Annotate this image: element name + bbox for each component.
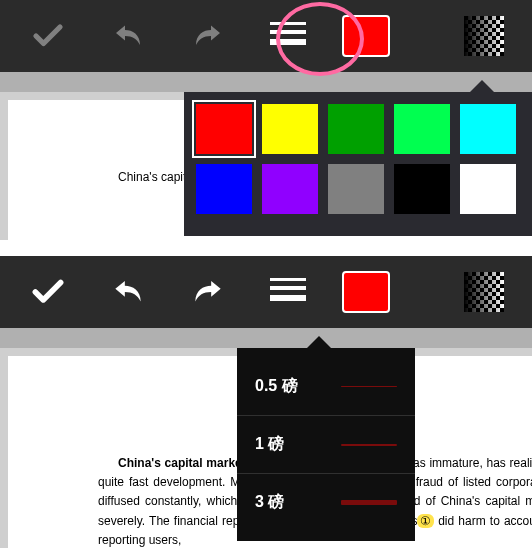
stroke-label: 1 磅 xyxy=(255,434,284,455)
swatch-red[interactable] xyxy=(196,104,252,154)
swatch-purple[interactable] xyxy=(262,164,318,214)
line-weight-icon xyxy=(268,20,308,52)
check-icon xyxy=(30,18,66,54)
confirm-button[interactable] xyxy=(22,14,74,58)
stroke-preview-line xyxy=(341,500,397,505)
swatch-blue[interactable] xyxy=(196,164,252,214)
undo-icon xyxy=(110,18,146,54)
sub-strip xyxy=(0,72,532,92)
svg-rect-7 xyxy=(464,16,504,56)
sub-strip xyxy=(0,328,532,348)
swatch-green[interactable] xyxy=(394,104,450,154)
swatch-gray[interactable] xyxy=(328,164,384,214)
stroke-option[interactable]: 1 磅 xyxy=(237,416,415,474)
checker-icon xyxy=(464,272,504,312)
swatch-black[interactable] xyxy=(394,164,450,214)
redo-icon xyxy=(189,273,227,311)
svg-rect-2 xyxy=(270,39,306,45)
screenshot-panel-1: Abstract China's capital market, born in… xyxy=(0,0,532,240)
stroke-option[interactable]: 0.5 磅 xyxy=(237,358,415,416)
popover-arrow-icon xyxy=(470,80,494,92)
redo-button[interactable] xyxy=(182,270,234,314)
stroke-button[interactable] xyxy=(262,270,314,314)
line-weight-icon xyxy=(268,276,308,308)
stroke-button[interactable] xyxy=(262,14,314,58)
swatch-white[interactable] xyxy=(460,164,516,214)
color-button[interactable] xyxy=(342,271,390,313)
undo-button[interactable] xyxy=(102,14,154,58)
stroke-option[interactable]: 3 磅 xyxy=(237,474,415,531)
swatch-row-2 xyxy=(196,164,520,214)
check-icon xyxy=(29,273,67,311)
swatch-row-1 xyxy=(196,104,520,154)
swatch-dark-green[interactable] xyxy=(328,104,384,154)
stroke-weight-popover: 0.5 磅1 磅3 磅 xyxy=(237,348,415,541)
redo-button[interactable] xyxy=(182,14,234,58)
svg-rect-10 xyxy=(270,295,306,301)
redo-icon xyxy=(190,18,226,54)
confirm-button[interactable] xyxy=(22,270,74,314)
stroke-preview-line xyxy=(341,386,397,387)
swatch-cyan[interactable] xyxy=(460,104,516,154)
toolbar xyxy=(0,256,532,328)
stroke-label: 0.5 磅 xyxy=(255,376,298,397)
svg-rect-15 xyxy=(464,272,504,312)
opacity-button[interactable] xyxy=(458,14,510,58)
checker-icon xyxy=(464,16,504,56)
annotation-marker: ① xyxy=(417,514,434,528)
swatch-yellow[interactable] xyxy=(262,104,318,154)
svg-rect-8 xyxy=(270,278,306,281)
svg-rect-0 xyxy=(270,22,306,25)
screenshot-panel-2: Abstract China's capital market, born in… xyxy=(0,256,532,556)
color-palette-popover xyxy=(184,92,532,236)
svg-rect-1 xyxy=(270,30,306,34)
opacity-button[interactable] xyxy=(458,270,510,314)
stroke-preview-line xyxy=(341,444,397,446)
stroke-label: 3 磅 xyxy=(255,492,284,513)
toolbar xyxy=(0,0,532,72)
popover-arrow-icon xyxy=(307,336,331,348)
panel-separator xyxy=(0,240,532,256)
svg-rect-9 xyxy=(270,286,306,290)
undo-button[interactable] xyxy=(102,270,154,314)
color-button[interactable] xyxy=(342,15,390,57)
undo-icon xyxy=(109,273,147,311)
